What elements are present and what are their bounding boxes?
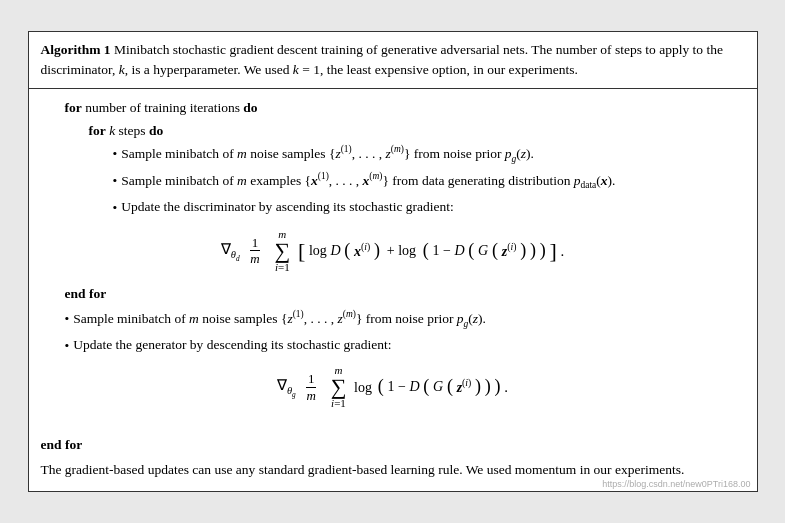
keyword-endfor2: end for: [41, 437, 83, 452]
paren-right-4: ): [520, 240, 526, 260]
nabla-theta-g: ∇θg: [277, 377, 296, 393]
end-for-inner: end for: [41, 283, 745, 305]
g-one-minus: 1 − D: [387, 380, 419, 395]
bullet2-text: Sample minibatch of m examples {x(1), . …: [121, 169, 615, 194]
z-i: z(i): [502, 244, 517, 259]
big-bracket-right: ]: [549, 238, 556, 263]
g-paren-3: (: [447, 376, 453, 396]
g-z-i: z(i): [457, 380, 472, 395]
watermark: https://blog.csdn.net/new0PTri168.00: [602, 479, 750, 489]
bullet5-text: Update the generator by descending its s…: [73, 334, 391, 356]
algorithm-box: Algorithm 1 Minibatch stochastic gradien…: [28, 31, 758, 492]
line-inner-for: for k steps do: [41, 120, 745, 142]
bullet-icon-3: •: [113, 197, 118, 219]
bullet-icon-4: •: [65, 308, 70, 330]
G-z: G: [478, 243, 488, 258]
formula-discriminator: ∇θd 1 m m ∑ i=1 [ log D ( x(i) ) + log (: [41, 229, 745, 273]
keyword-endfor1: end for: [65, 286, 107, 301]
for2-text: k steps: [109, 123, 149, 138]
paren-left-2: (: [423, 240, 429, 260]
algorithm-title-text: Minibatch stochastic gradient descent tr…: [41, 42, 723, 77]
bullet3-text: Update the discriminator by ascending it…: [121, 196, 454, 218]
bullet-update-discriminator: • Update the discriminator by ascending …: [41, 196, 745, 219]
bottom-paragraph: The gradient-based updates can use any s…: [41, 460, 745, 481]
g-paren-close-1: ): [495, 376, 501, 396]
bullet-noise-samples: • Sample minibatch of m noise samples {z…: [41, 142, 745, 167]
g-paren-close-3: ): [475, 376, 481, 396]
log-d-x: log D: [309, 243, 341, 258]
nabla-theta-d: ∇θd: [221, 241, 240, 257]
log-g: log: [354, 380, 372, 395]
end-for-outer: end for: [41, 435, 745, 456]
bullet-icon-2: •: [113, 170, 118, 192]
bullet-icon-5: •: [65, 335, 70, 357]
one-minus: 1 − D: [433, 243, 465, 258]
bold-x-i: x(i): [354, 244, 370, 259]
paren-right-1: ): [374, 240, 380, 260]
paren-right-2: ): [540, 240, 546, 260]
keyword-for2: for: [89, 123, 106, 138]
keyword-for1: for: [65, 100, 82, 115]
g-paren-1: (: [378, 376, 384, 396]
sum-symbol-d: m ∑ i=1: [272, 241, 295, 257]
paren-left-1: (: [344, 240, 350, 260]
paren-left-3: (: [468, 240, 474, 260]
frac-1-m-g: 1 m: [303, 378, 324, 394]
g-paren-close-2: ): [485, 376, 491, 396]
paren-right-3: ): [530, 240, 536, 260]
keyword-do1: do: [243, 100, 257, 115]
period-1: .: [561, 242, 565, 258]
bullet4-text: Sample minibatch of m noise samples {z(1…: [73, 307, 486, 332]
paren-left-4: (: [492, 240, 498, 260]
g-G: G: [433, 380, 443, 395]
algorithm-header: Algorithm 1 Minibatch stochastic gradien…: [29, 32, 757, 90]
sum-symbol-g: m ∑ i=1: [329, 378, 352, 394]
bullet-noise-samples-2: • Sample minibatch of m noise samples {z…: [41, 307, 745, 332]
line-outer-for: for number of training iterations do: [41, 97, 745, 119]
plus-log: + log: [387, 243, 416, 258]
big-bracket-left: [: [298, 238, 305, 263]
frac-1-m: 1 m: [246, 241, 267, 257]
formula-generator: ∇θg 1 m m ∑ i=1 log ( 1 − D ( G ( z(i): [41, 365, 745, 409]
bullet-update-generator: • Update the generator by descending its…: [41, 334, 745, 357]
bullet1-text: Sample minibatch of m noise samples {z(1…: [121, 142, 534, 167]
bottom-text-content: The gradient-based updates can use any s…: [41, 462, 685, 477]
bullet-data-samples: • Sample minibatch of m examples {x(1), …: [41, 169, 745, 194]
period-2: .: [504, 379, 508, 395]
bullet-icon-1: •: [113, 143, 118, 165]
algorithm-title-bold: Algorithm 1: [41, 42, 111, 57]
for1-text: number of training iterations: [85, 100, 243, 115]
keyword-do2: do: [149, 123, 163, 138]
algorithm-body: for number of training iterations do for…: [29, 89, 757, 427]
g-paren-2: (: [423, 376, 429, 396]
